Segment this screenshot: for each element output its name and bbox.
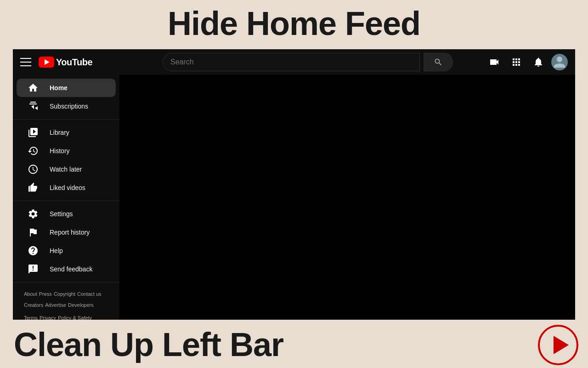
search-button[interactable] [424,53,453,71]
footer-link-creators[interactable]: Creators [24,301,43,310]
play-icon [537,324,579,366]
sidebar-item-library[interactable]: Library [17,123,116,142]
help-icon [28,245,39,256]
sidebar: Home Subscriptions Library [13,75,119,320]
avatar-button[interactable] [551,54,568,70]
watch-later-icon [28,164,39,175]
sidebar-label-send-feedback: Send feedback [50,265,92,273]
youtube-ui: YouTube [13,49,575,320]
sidebar-label-library: Library [50,129,69,136]
footer-link-contact[interactable]: Contact us [77,290,102,299]
footer-links: About Press Copyright Contact us Creator… [24,290,108,310]
sidebar-label-subscriptions: Subscriptions [50,103,88,110]
footer-policy-link[interactable]: Policy & Safety [58,314,92,320]
notifications-button[interactable] [529,53,548,71]
apps-icon [511,57,522,68]
home-icon [28,82,39,93]
footer-terms-link[interactable]: Terms [24,314,38,320]
sidebar-item-home[interactable]: Home [17,79,116,97]
footer-privacy-link[interactable]: Privacy [40,314,56,320]
search-bar[interactable] [163,53,420,71]
svg-marker-1 [554,336,569,354]
apps-button[interactable] [507,53,526,71]
sidebar-label-liked-videos: Liked videos [50,184,85,191]
sidebar-item-settings[interactable]: Settings [17,205,116,223]
footer-link-copyright[interactable]: Copyright [54,290,75,299]
sidebar-item-history[interactable]: History [17,142,116,160]
sidebar-item-send-feedback[interactable]: Send feedback [17,260,116,278]
header-right [485,53,568,71]
youtube-logo[interactable]: YouTube [39,57,92,68]
avatar-icon [551,54,568,70]
sidebar-item-help[interactable]: Help [17,242,116,260]
sidebar-section-settings: Settings Report history Help [13,201,119,282]
search-input[interactable] [170,58,412,66]
feedback-icon [28,264,39,275]
youtube-logo-icon [39,57,54,68]
sidebar-label-help: Help [50,247,63,254]
create-button[interactable] [485,53,503,71]
sidebar-section-library: Library History Watch later [13,120,119,201]
youtube-logo-text: YouTube [56,57,92,68]
history-icon [28,145,39,156]
sidebar-item-report-history[interactable]: Report history [17,223,116,242]
header: YouTube [13,49,575,75]
sidebar-section-main: Home Subscriptions [13,75,119,120]
menu-button[interactable] [20,57,31,68]
footer-link-advertise[interactable]: Advertise [45,301,66,310]
settings-icon [28,208,39,219]
liked-icon [28,182,39,193]
footer-link-press[interactable]: Press [39,290,52,299]
library-icon [28,127,39,138]
sidebar-footer: About Press Copyright Contact us Creator… [13,282,119,320]
footer-link-about[interactable]: About [24,290,37,299]
footer-terms: Terms Privacy Policy & Safety [24,314,108,320]
page-top-title: Hide Home Feed [168,5,420,42]
sidebar-item-subscriptions[interactable]: Subscriptions [17,97,116,115]
main-content [119,75,575,320]
subscriptions-icon [28,101,39,112]
footer-link-developers[interactable]: Developers [68,301,94,310]
sidebar-item-watch-later[interactable]: Watch later [17,160,116,178]
sidebar-label-home: Home [50,84,68,92]
bell-icon [533,57,544,68]
sidebar-item-liked-videos[interactable]: Liked videos [17,178,116,197]
sidebar-label-history: History [50,147,70,155]
search-icon [434,58,443,67]
body: Home Subscriptions Library [13,75,575,320]
sidebar-label-settings: Settings [50,210,73,218]
report-icon [28,227,39,238]
sidebar-label-report-history: Report history [50,229,90,236]
create-icon [489,57,500,68]
header-left: YouTube [20,57,130,68]
sidebar-label-watch-later: Watch later [50,166,82,173]
page-bottom-title: Clean Up Left Bar [14,326,283,363]
header-center [130,53,485,71]
